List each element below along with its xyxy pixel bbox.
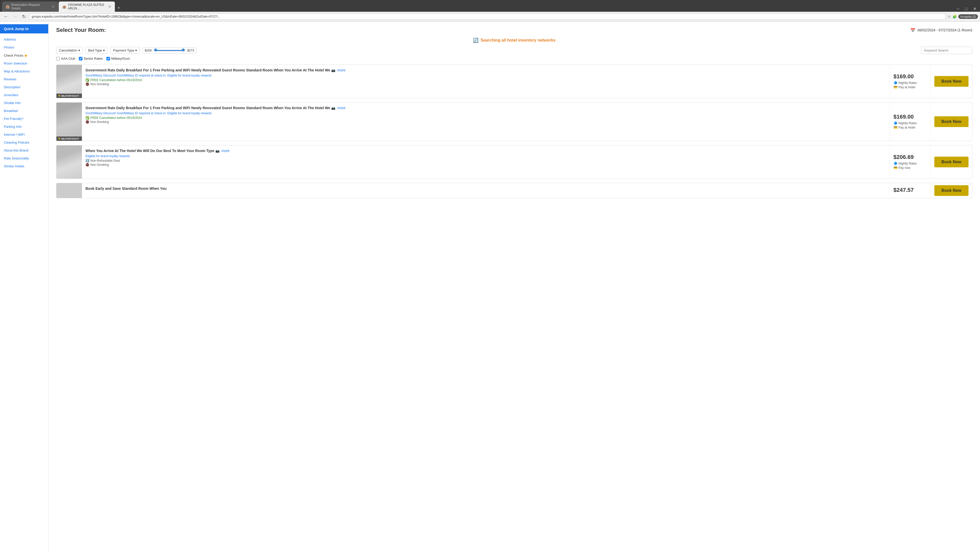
incognito-badge: Incognito (2): [958, 14, 978, 19]
sidebar-item-breakfast[interactable]: Breakfast: [0, 107, 48, 115]
price-icon-2: 🔷: [894, 121, 897, 125]
sidebar-label-rate-seasonality: Rate Seasonality: [4, 156, 29, 160]
bed-type-label: Bed Type: [88, 48, 102, 52]
address-bar[interactable]: [29, 13, 946, 20]
sidebar-item-room-selection[interactable]: Room Selection: [0, 59, 48, 67]
room-info-3: When You Arrive At The Hotel We Will Do …: [82, 145, 890, 179]
maximize-button[interactable]: □: [963, 6, 969, 12]
sidebar-item-cleaning[interactable]: Cleaning Policies: [0, 138, 48, 146]
searching-banner: 🔄 Searching all hotel inventory networks: [56, 38, 972, 43]
keyword-search-input[interactable]: [921, 47, 972, 54]
book-now-button-3[interactable]: Book Now: [934, 157, 969, 167]
senior-rates-checkbox[interactable]: Senior Rates: [79, 57, 103, 60]
minimize-button[interactable]: ─: [955, 6, 961, 12]
price-range-container[interactable]: $169 $273: [142, 48, 196, 54]
room-price-3: $206.69: [894, 154, 914, 160]
sidebar-item-description[interactable]: Description: [0, 83, 48, 91]
sidebar-label-parking: Parking Info: [4, 125, 21, 129]
room-action-4: Book Now: [931, 183, 972, 198]
date-range-text: 06/02/2024 - 07/27/2024 (1 Room): [918, 28, 972, 32]
tab-close-2[interactable]: ✕: [108, 5, 111, 9]
room-title-2: Government Rate Daily Breakfast For 1 Fr…: [86, 106, 886, 110]
room-pricing-1: $169.00 🔷 Nightly Rates 💳 Pay at Hotel: [890, 65, 931, 98]
cancellation-label: Cancellation: [59, 48, 77, 52]
filters-bar: Cancellation ▾ Bed Type ▾ Payment Type ▾…: [56, 47, 972, 54]
room-cancellation-2: ✅ FREE Cancellation before 05/19/2024: [86, 116, 886, 120]
sidebar-label-similar: Similar Hotels: [4, 164, 24, 168]
new-tab-button[interactable]: +: [115, 4, 122, 12]
room-action-1: Book Now: [931, 65, 972, 98]
room-discount-2: Govt/Military Discount! Govt/Military ID…: [86, 111, 886, 115]
close-window-button[interactable]: ✕: [972, 6, 978, 12]
sidebar-header: Quick Jump to: [0, 24, 48, 33]
tab-icon-1: 🏨: [6, 5, 10, 9]
nav-bar: ← → ↻ ☆ 🧩 Incognito (2): [0, 12, 980, 22]
sidebar-label-check-prices: Check Prices: [4, 54, 24, 57]
bookmark-icon[interactable]: ☆: [948, 14, 951, 19]
bed-type-dropdown[interactable]: Bed Type ▾: [86, 47, 108, 54]
price-slider[interactable]: [154, 50, 185, 51]
room-pricing-4: $247.57: [890, 183, 931, 198]
more-link-2[interactable]: more: [337, 106, 345, 110]
checkboxes-bar: AAA Club Senior Rates Military/Govt: [56, 57, 972, 60]
room-card-4: Book Early and Save Standard Room When Y…: [56, 183, 972, 198]
sidebar-item-reviews[interactable]: Reviews: [0, 75, 48, 83]
sidebar-item-internet[interactable]: Internet / WiFI: [0, 130, 48, 138]
aaa-club-checkbox[interactable]: AAA Club: [56, 57, 75, 60]
back-button[interactable]: ←: [2, 14, 10, 20]
room-info-2: Government Rate Daily Breakfast For 1 Fr…: [82, 103, 890, 141]
sidebar-label-map: Map & Attractions: [4, 69, 30, 73]
military-checkbox[interactable]: Military/Govt: [107, 57, 130, 60]
nav-extra: 🧩 Incognito (2): [953, 14, 978, 19]
sidebar-label-room-selection: Room Selection: [4, 62, 27, 65]
sidebar-item-parking[interactable]: Parking Info: [0, 123, 48, 130]
browser-chrome: 🏨 Reservation Request Details ✕ 🏨 CROWNE…: [0, 0, 980, 12]
book-now-button-4[interactable]: Book Now: [934, 185, 969, 196]
star-icon-2: ★: [58, 137, 60, 140]
no-smoke-icon-2: 🚭: [86, 120, 89, 124]
tab-label-1: Reservation Request Details: [11, 3, 50, 10]
sidebar-item-shuttle[interactable]: Shuttle Info: [0, 99, 48, 107]
more-link-1[interactable]: more: [337, 68, 345, 72]
payment-label-2: 💳 Pay at Hotel: [894, 125, 915, 129]
tab-crowne[interactable]: 🏨 CROWNE PLAZA SUITES ARLIN... ✕: [59, 2, 115, 12]
page-title: Select Your Room:: [56, 27, 106, 33]
sidebar: Quick Jump to Address Photos Check Price…: [0, 22, 48, 551]
sidebar-label-reviews: Reviews: [4, 77, 16, 81]
tab-icon-2: 🏨: [62, 5, 66, 9]
sidebar-item-brand[interactable]: About this Brand: [0, 146, 48, 154]
aaa-club-input[interactable]: [56, 57, 60, 60]
extensions-icon[interactable]: 🧩: [953, 14, 957, 19]
tab-close-1[interactable]: ✕: [52, 5, 55, 9]
more-link-3[interactable]: more: [221, 149, 230, 153]
room-title-4: Book Early and Save Standard Room When Y…: [86, 186, 886, 191]
main-content: Select Your Room: 📅 06/02/2024 - 07/27/2…: [48, 22, 980, 551]
non-refundable-3: ℹ️ Non-Refundable Deal: [86, 159, 886, 162]
payment-type-dropdown[interactable]: Payment Type ▾: [110, 47, 140, 54]
military-input[interactable]: [107, 57, 110, 60]
sidebar-item-check-prices[interactable]: Check Prices ◆: [0, 51, 48, 59]
senior-rates-input[interactable]: [79, 57, 83, 60]
tab-reservation[interactable]: 🏨 Reservation Request Details ✕: [2, 2, 58, 12]
room-info-1: Government Rate Daily Breakfast For 1 Fr…: [82, 65, 890, 98]
refresh-button[interactable]: ↻: [21, 13, 27, 20]
book-now-button-1[interactable]: Book Now: [934, 76, 969, 87]
sidebar-item-similar[interactable]: Similar Hotels: [0, 162, 48, 170]
date-range: 📅 06/02/2024 - 07/27/2024 (1 Room): [910, 28, 972, 33]
forward-button[interactable]: →: [11, 14, 19, 20]
tab-bar: 🏨 Reservation Request Details ✕ 🏨 CROWNE…: [2, 2, 122, 12]
room-cancellation-1: ✅ FREE Cancellation before 05/19/2024: [86, 78, 886, 82]
book-now-button-2[interactable]: Book Now: [934, 116, 969, 127]
cancellation-dropdown[interactable]: Cancellation ▾: [56, 47, 83, 54]
sidebar-item-address[interactable]: Address: [0, 35, 48, 43]
room-card-1: ★ MILITARY/GOVT Government Rate Daily Br…: [56, 65, 972, 98]
sidebar-item-map[interactable]: Map & Attractions: [0, 67, 48, 75]
sidebar-item-amenities[interactable]: Amenities: [0, 91, 48, 99]
sidebar-item-rate-seasonality[interactable]: Rate Seasonality: [0, 154, 48, 162]
sidebar-item-photos[interactable]: Photos: [0, 43, 48, 51]
check-icon-2: ✅: [86, 116, 89, 120]
page-header: Select Your Room: 📅 06/02/2024 - 07/27/2…: [56, 27, 972, 33]
no-smoke-icon-3: 🚭: [86, 163, 89, 167]
sidebar-item-pet[interactable]: Pet Friendly?: [0, 115, 48, 123]
payment-label-3: 💳 Pay now: [894, 166, 910, 170]
